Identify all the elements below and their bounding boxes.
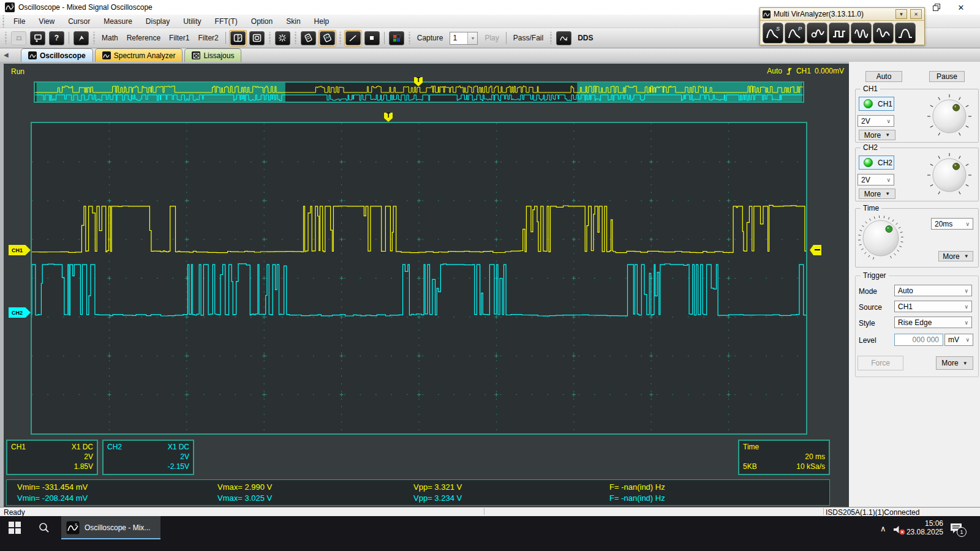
ch1-group-label: CH1 [861,84,880,93]
capture-count-select[interactable]: 1 ▼ [450,32,478,45]
menu-cursor[interactable]: Cursor [61,15,97,28]
trigger-level-unit-select[interactable]: mV ∨ [944,334,973,346]
line-draw-button[interactable] [344,30,362,47]
time-more-button[interactable]: More ▼ [938,251,973,261]
chevron-down-icon: ∨ [886,177,891,183]
waveform-canvas [32,123,806,433]
status-divider [823,508,824,515]
start-button[interactable] [9,522,21,534]
notification-center-button[interactable]: 1 [949,522,964,534]
filter2-button[interactable]: Filter2 [194,34,222,42]
analyzer-dropdown-button[interactable]: ▼ [895,9,907,19]
force-trigger-button[interactable]: Force [858,356,903,370]
tool-oscilloscope-s[interactable]: S [763,23,783,43]
tab-spectrum-analyzer[interactable]: Spectrum Analyzer [95,48,183,62]
trigger-mode-label: Mode [859,287,877,296]
toolbar-grip[interactable] [408,32,411,44]
menu-help[interactable]: Help [307,15,336,28]
filter1-button[interactable]: Filter1 [165,34,194,42]
menu-file[interactable]: File [7,15,32,28]
split-window-button[interactable] [229,30,247,47]
tray-clock[interactable]: 15:06 23.08.2025 [895,519,943,536]
center-waveform-button[interactable] [274,30,292,47]
chevron-down-icon: ∨ [964,288,968,294]
timebase-select[interactable]: 20ms ∨ [931,218,973,230]
ch2-offset-knob[interactable] [922,148,976,202]
toolbar-grip[interactable] [4,32,7,44]
ch2-scale: 2V [180,452,189,462]
toolbar-grip[interactable] [339,32,342,44]
tool-pulse-wave[interactable] [895,23,916,43]
reference-button[interactable]: Reference [123,34,165,42]
trigger-mode-select[interactable]: Auto ∨ [894,285,972,296]
menu-display[interactable]: Display [139,15,176,28]
ch2-freq: F= -nan(ind) Hz [609,493,665,503]
tab-bar: Oscilloscope Spectrum Analyzer Lissajous [0,48,980,62]
math-button[interactable]: Math [97,34,123,42]
run-status: Run [11,67,24,76]
auto-setup-button[interactable] [72,30,90,47]
taskbar-app-oscilloscope[interactable]: S Oscilloscope - Mix... [61,516,160,539]
dds-button[interactable] [555,30,573,47]
trigger-level-input[interactable]: 000 000 [894,334,943,346]
passfail-button[interactable]: Pass/Fail [509,34,548,42]
color-palette-button[interactable] [388,30,405,47]
toolbar-grip[interactable] [294,32,297,44]
toolbar-grip[interactable] [549,32,552,44]
status-divider [484,508,484,515]
close-window-button[interactable]: ✕ [956,2,967,12]
menu-fft[interactable]: FFT(T) [208,15,244,28]
pause-button[interactable]: Pause [929,71,965,82]
restore-window-button[interactable] [931,2,942,12]
ch2-more-button[interactable]: More ▼ [859,189,895,199]
close-icon: ✕ [914,12,918,17]
tool-square-wave[interactable] [829,23,850,43]
device-screen-button[interactable] [318,30,336,47]
toolbar-grip[interactable] [92,32,96,44]
tool-sweep-wave[interactable] [873,23,894,43]
menu-option[interactable]: Option [244,15,279,28]
dds-label[interactable]: DDS [573,34,597,42]
restore-icon [933,4,940,11]
auto-button[interactable]: Auto [865,71,902,82]
single-window-button[interactable] [248,30,266,47]
ch2-info-panel: CH2X1 DC 2V -2.15V [102,440,194,475]
ch1-freq: F= -nan(ind) Hz [609,482,665,492]
menu-grip[interactable] [2,15,5,28]
trigger-more-button[interactable]: More ▼ [936,356,973,370]
ch2-enable-button[interactable]: CH2 [859,156,894,170]
time-rate: 10 kSa/s [796,462,825,471]
ch1-volts-value: 2V [861,117,870,126]
tool-spectrum-p[interactable]: P [785,23,805,43]
palette-icon [389,31,404,45]
play-button[interactable]: Play [480,34,503,42]
menu-utility[interactable]: Utility [176,15,208,28]
tray-expand-button[interactable]: ∧ [880,524,886,533]
ch1-offset-knob[interactable] [922,89,976,143]
taskbar-search-button[interactable] [38,522,50,534]
tool-wave-generator[interactable] [807,23,827,43]
analyzer-close-button[interactable]: ✕ [910,9,922,19]
tool-burst-wave[interactable] [851,23,872,43]
tab-lissajous[interactable]: Lissajous [184,48,241,62]
analyzer-window: Multi VirAnalyzer(3.13.11.0) ▼ ✕ S P [760,7,925,45]
trigger-style-select[interactable]: Rise Edge ∨ [894,317,972,328]
menu-measure[interactable]: Measure [97,15,139,28]
ch1-more-button[interactable]: More ▼ [859,130,895,140]
timebase-knob[interactable] [854,211,908,265]
ch1-volts-select[interactable]: 2V ∨ [858,115,894,127]
dot-draw-button[interactable] [363,30,381,47]
analyzer-title-bar[interactable]: Multi VirAnalyzer(3.13.11.0) ▼ ✕ [760,8,924,21]
ch2-volts-select[interactable]: 2V ∨ [858,174,894,186]
save-button[interactable] [29,30,47,47]
device-button[interactable] [300,30,317,47]
trigger-source-select[interactable]: CH1 ∨ [894,301,972,312]
tab-oscilloscope[interactable]: Oscilloscope [21,48,93,62]
menu-view[interactable]: View [32,15,61,28]
toolbar-grip[interactable] [268,32,271,44]
ch1-enable-button[interactable]: CH1 [859,97,894,111]
menu-skin[interactable]: Skin [279,15,307,28]
tab-scroll-left-button[interactable]: ◀ [4,51,9,58]
open-button[interactable] [10,30,28,47]
help-button[interactable]: ? [48,30,66,47]
